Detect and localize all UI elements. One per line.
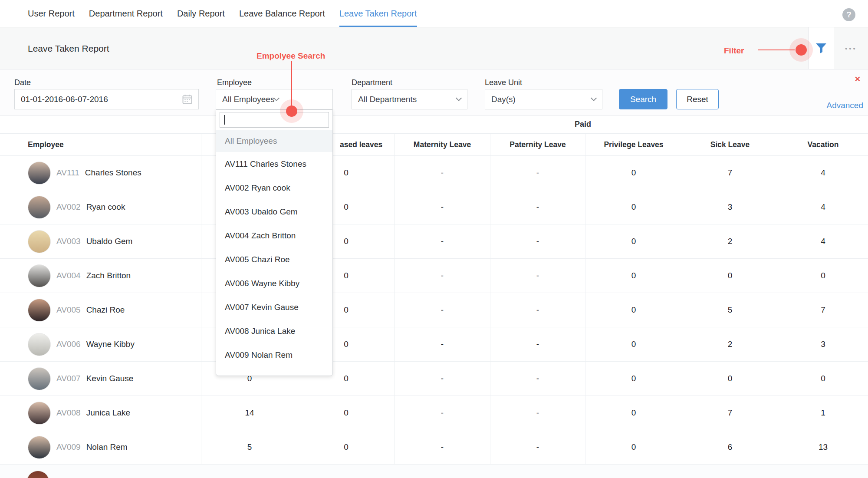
employee-id: AV009 [56,442,81,452]
nav-tab[interactable]: Department Report [89,0,163,27]
employee-cell[interactable]: AV004 Zach Britton [0,259,201,293]
cell-paternity-leave: - [490,396,585,430]
col-header-employee: Employee [0,134,201,155]
cell-sick-leave: 7 [682,156,778,190]
nav-tab-label: User Report [28,9,75,19]
ellipsis-icon: ••• [845,45,857,52]
employee-cell[interactable]: AV008 Junica Lake [0,396,201,430]
employee-dropdown-option[interactable]: AV009 Nolan Rem [216,343,332,367]
help-icon[interactable]: ? [842,8,855,21]
cell-sick-leave: 2 [682,327,778,361]
employee-dropdown-list: All Employees AV111 Charles Stones AV002… [216,130,332,367]
employee-dropdown-option[interactable]: AV008 Junica Lake [216,319,332,343]
employee-id: AV008 [56,408,81,418]
table-group-header-row: Paid [0,115,868,134]
cell-maternity-leave: - [394,259,490,293]
employee-dropdown-option[interactable]: AV002 Ryan cook [216,176,332,200]
employee-dropdown-option[interactable]: AV111 Charles Stones [216,152,332,176]
employee-dropdown-option[interactable]: AV005 Chazi Roe [216,247,332,271]
table-body: AV111 Charles Stones 0 - - 0 7 4 AV002 [0,156,868,465]
cell-maternity-leave: - [394,293,490,327]
nav-tab[interactable]: Leave Balance Report [239,0,325,27]
employee-select[interactable]: All Employees [216,89,333,109]
nav-tab-label: Leave Balance Report [239,9,325,19]
employee-select-value: All Employees [222,95,274,104]
employee-dropdown-option[interactable]: AV004 Zach Britton [216,224,332,247]
avatar [28,196,51,219]
cell-paternity-leave: - [490,430,585,464]
cell-sick-leave: 2 [682,224,778,258]
employee-dropdown-option-label: AV003 Ubaldo Gem [225,207,298,217]
more-menu[interactable]: ••• [834,27,868,69]
cell-maternity-leave: - [394,430,490,464]
table-row: AV003 Ubaldo Gem 0 - - 0 2 4 [0,224,868,259]
table-row: AV005 Chazi Roe 0 - - 0 5 7 [0,293,868,327]
cell-maternity-leave: - [394,396,490,430]
cell-privilege-leaves: 0 [585,224,682,258]
employee-cell[interactable]: AV006 Wayne Kibby [0,327,201,361]
cell-vacation: 4 [778,190,868,224]
cell-col-1: 5 [201,430,298,464]
employee-dropdown: All Employees AV111 Charles Stones AV002… [216,109,333,376]
nav-tab-label: Daily Report [177,9,225,19]
employee-dropdown-option[interactable]: AV007 Kevin Gause [216,295,332,319]
close-filter-icon[interactable]: ✕ [855,75,861,84]
cell-paternity-leave: - [490,190,585,224]
table-header-row: Employee ased leaves Maternity Leave Pat… [0,134,868,156]
calendar-icon[interactable] [182,94,192,104]
chevron-down-icon [273,95,279,101]
employee-name: Wayne Kibby [86,340,135,349]
cell-sick-leave: 5 [682,293,778,327]
advanced-link[interactable]: Advanced [826,101,863,110]
cell-ased-leaves: 0 [298,430,394,464]
cell-maternity-leave: - [394,156,490,190]
cell-privilege-leaves: 0 [585,293,682,327]
employee-dropdown-option-label: AV002 Ryan cook [225,183,290,193]
cell-maternity-leave: - [394,224,490,258]
cell-privilege-leaves: 0 [585,430,682,464]
cell-privilege-leaves: 0 [585,259,682,293]
page: User Report Department Report Daily Repo… [0,0,868,478]
employee-search-annotation-dot [286,105,297,117]
cell-sick-leave: 6 [682,430,778,464]
date-range-input[interactable]: 01-01-2016-06-07-2016 [14,89,199,109]
filter-funnel-icon[interactable] [815,43,827,54]
employee-cell[interactable]: AV007 Kevin Gause [0,362,201,396]
col-header-maternity-leave: Maternity Leave [394,134,490,155]
nav-tab[interactable]: Leave Taken Report [339,0,417,27]
employee-dropdown-option[interactable]: All Employees [216,130,332,152]
nav-tab[interactable]: User Report [28,0,75,27]
cell-maternity-leave: - [394,362,490,396]
search-button[interactable]: Search [619,89,667,109]
employee-cell[interactable]: AV003 Ubaldo Gem [0,224,201,258]
cell-sick-leave: 0 [682,259,778,293]
employee-dropdown-option-label: All Employees [225,136,277,146]
employee-id: AV007 [56,374,81,383]
cell-paternity-leave: - [490,327,585,361]
table-row: AV009 Nolan Rem 5 0 - - 0 6 13 [0,430,868,465]
leave-unit-value: Day(s) [491,95,592,104]
nav-tab-label: Department Report [89,9,163,19]
paid-group-header: Paid [298,115,868,133]
employee-cell[interactable]: AV005 Chazi Roe [0,293,201,327]
employee-cell[interactable]: AV111 Charles Stones [0,156,201,190]
employee-dropdown-option[interactable]: AV003 Ubaldo Gem [216,200,332,224]
department-select[interactable]: All Departments [352,89,467,109]
cell-privilege-leaves: 0 [585,327,682,361]
table-row: AV006 Wayne Kibby 0 - - 0 2 3 [0,327,868,362]
avatar [28,367,51,390]
leave-unit-select[interactable]: Day(s) [485,89,602,109]
employee-dropdown-option[interactable]: AV006 Wayne Kibby [216,271,332,295]
nav-tab[interactable]: Daily Report [177,0,225,27]
employee-cell[interactable]: AV009 Nolan Rem [0,430,201,464]
cell-paternity-leave: - [490,224,585,258]
employee-name: Chazi Roe [86,305,125,315]
table-row: AV004 Zach Britton 0 - - 0 0 0 [0,259,868,293]
cell-vacation: 4 [778,156,868,190]
avatar [26,471,49,478]
page-title: Leave Taken Report [28,43,109,54]
employee-cell[interactable]: AV002 Ryan cook [0,190,201,224]
reset-button[interactable]: Reset [676,89,719,109]
employee-search-input[interactable] [220,112,329,128]
employee-dropdown-option-label: AV111 Charles Stones [225,159,306,169]
